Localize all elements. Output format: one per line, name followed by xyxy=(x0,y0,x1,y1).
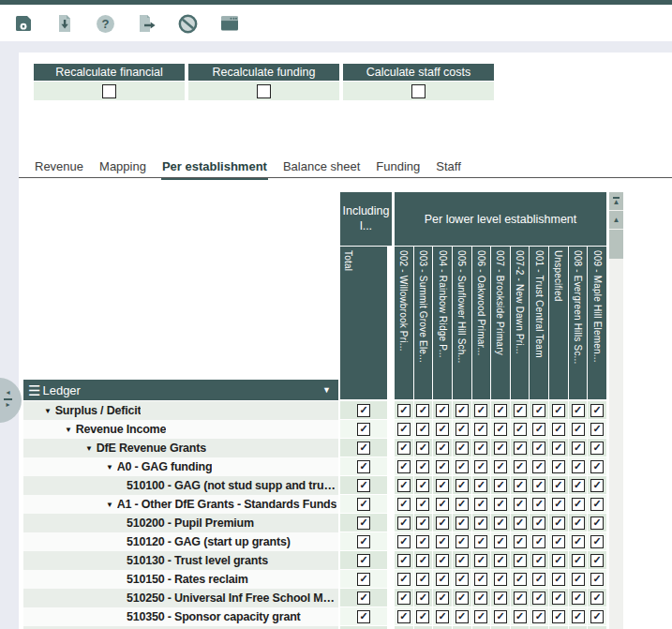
establishment-checkbox[interactable] xyxy=(532,404,545,417)
establishment-checkbox[interactable] xyxy=(397,535,411,548)
total-checkbox[interactable] xyxy=(357,404,370,417)
establishment-checkbox[interactable] xyxy=(474,517,487,530)
total-checkbox[interactable] xyxy=(357,460,370,473)
establishment-checkbox[interactable] xyxy=(590,573,604,586)
ledger-row-label-cell[interactable]: 510250 - Universal Inf Free School Meals xyxy=(23,589,338,607)
establishment-checkbox[interactable] xyxy=(514,610,527,623)
collapse-arrow-icon[interactable]: ▼ xyxy=(85,444,93,453)
establishment-checkbox[interactable] xyxy=(474,404,487,417)
establishment-checkbox[interactable] xyxy=(532,460,545,473)
establishment-checkbox[interactable] xyxy=(455,592,469,605)
establishment-checkbox[interactable] xyxy=(532,592,545,605)
establishment-checkbox[interactable] xyxy=(514,479,527,492)
total-checkbox[interactable] xyxy=(357,517,370,530)
establishment-checkbox[interactable] xyxy=(494,592,507,605)
establishment-checkbox[interactable] xyxy=(455,404,469,417)
establishment-checkbox[interactable] xyxy=(514,517,527,530)
collapse-arrow-icon[interactable]: ▼ xyxy=(106,463,113,472)
establishment-checkbox[interactable] xyxy=(532,554,545,567)
establishment-checkbox[interactable] xyxy=(397,404,411,417)
ledger-row-label-cell[interactable]: ▼Revenue Income xyxy=(23,420,338,439)
establishment-checkbox[interactable] xyxy=(416,592,429,605)
establishment-checkbox[interactable] xyxy=(552,442,565,455)
establishment-checkbox[interactable] xyxy=(514,592,527,605)
total-checkbox[interactable] xyxy=(357,554,370,567)
establishment-checkbox[interactable] xyxy=(474,610,487,623)
establishment-checkbox[interactable] xyxy=(397,442,411,455)
establishment-checkbox[interactable] xyxy=(474,573,487,586)
scroll-up-button[interactable]: ▲ xyxy=(609,211,623,229)
establishment-checkbox[interactable] xyxy=(397,460,411,473)
establishment-checkbox[interactable] xyxy=(494,610,507,623)
recalc-checkbox[interactable] xyxy=(257,84,271,98)
establishment-checkbox[interactable] xyxy=(436,554,449,567)
establishment-checkbox[interactable] xyxy=(436,535,449,548)
ledger-row-label-cell[interactable]: 510350 - Sponsor capacity grant xyxy=(23,607,338,626)
export-document-icon[interactable] xyxy=(135,12,158,36)
establishment-checkbox[interactable] xyxy=(436,573,449,586)
establishment-checkbox[interactable] xyxy=(552,592,565,605)
total-checkbox[interactable] xyxy=(357,423,370,436)
scroll-to-top-button[interactable]: ▲ xyxy=(609,192,623,210)
establishment-checkbox[interactable] xyxy=(436,404,449,417)
establishment-checkbox[interactable] xyxy=(474,592,487,605)
establishment-checkbox[interactable] xyxy=(532,535,545,548)
establishment-checkbox[interactable] xyxy=(494,554,507,567)
establishment-checkbox[interactable] xyxy=(494,517,507,530)
establishment-checkbox[interactable] xyxy=(572,554,585,567)
establishment-checkbox[interactable] xyxy=(397,610,411,623)
establishment-checkbox[interactable] xyxy=(572,517,585,530)
establishment-checkbox[interactable] xyxy=(474,423,487,436)
establishment-checkbox[interactable] xyxy=(474,479,487,492)
total-checkbox[interactable] xyxy=(357,535,370,548)
establishment-checkbox[interactable] xyxy=(416,460,429,473)
block-icon[interactable] xyxy=(176,12,200,36)
establishment-checkbox[interactable] xyxy=(590,423,604,436)
total-checkbox[interactable] xyxy=(357,573,370,586)
establishment-checkbox[interactable] xyxy=(532,517,545,530)
recalc-checkbox[interactable] xyxy=(411,84,426,98)
establishment-checkbox[interactable] xyxy=(552,517,565,530)
establishment-checkbox[interactable] xyxy=(532,610,545,623)
establishment-checkbox[interactable] xyxy=(397,517,411,530)
establishment-checkbox[interactable] xyxy=(590,460,604,473)
establishment-checkbox[interactable] xyxy=(455,554,469,567)
establishment-checkbox[interactable] xyxy=(552,479,565,492)
establishment-checkbox[interactable] xyxy=(572,592,585,605)
establishment-checkbox[interactable] xyxy=(590,610,604,623)
establishment-checkbox[interactable] xyxy=(436,423,449,436)
establishment-checkbox[interactable] xyxy=(552,404,565,417)
establishment-checkbox[interactable] xyxy=(416,404,429,417)
establishment-checkbox[interactable] xyxy=(455,498,469,511)
establishment-checkbox[interactable] xyxy=(494,404,507,417)
establishment-checkbox[interactable] xyxy=(514,423,527,436)
establishment-checkbox[interactable] xyxy=(436,610,449,623)
establishment-checkbox[interactable] xyxy=(552,423,565,436)
establishment-checkbox[interactable] xyxy=(474,498,487,511)
establishment-checkbox[interactable] xyxy=(532,573,545,586)
menu-icon[interactable]: ☰ xyxy=(28,383,40,397)
establishment-checkbox[interactable] xyxy=(436,442,449,455)
establishment-checkbox[interactable] xyxy=(514,554,527,567)
establishment-checkbox[interactable] xyxy=(474,460,487,473)
establishment-checkbox[interactable] xyxy=(474,554,487,567)
establishment-checkbox[interactable] xyxy=(397,592,411,605)
total-checkbox[interactable] xyxy=(357,610,370,623)
establishment-checkbox[interactable] xyxy=(416,535,429,548)
establishment-checkbox[interactable] xyxy=(590,592,604,605)
recalc-checkbox[interactable] xyxy=(102,84,116,98)
establishment-checkbox[interactable] xyxy=(416,423,429,436)
total-checkbox[interactable] xyxy=(357,479,370,492)
establishment-checkbox[interactable] xyxy=(532,498,545,511)
establishment-checkbox[interactable] xyxy=(572,498,585,511)
establishment-checkbox[interactable] xyxy=(532,442,545,455)
establishment-checkbox[interactable] xyxy=(590,517,604,530)
help-icon[interactable]: ? xyxy=(94,12,117,36)
establishment-checkbox[interactable] xyxy=(572,404,585,417)
establishment-checkbox[interactable] xyxy=(514,404,527,417)
ledger-row-label-cell[interactable]: 510200 - Pupil Premium xyxy=(23,514,338,532)
establishment-checkbox[interactable] xyxy=(590,535,604,548)
establishment-checkbox[interactable] xyxy=(552,554,565,567)
establishment-checkbox[interactable] xyxy=(590,404,604,417)
ledger-row-label-cell[interactable]: 510150 - Rates reclaim xyxy=(23,570,338,589)
